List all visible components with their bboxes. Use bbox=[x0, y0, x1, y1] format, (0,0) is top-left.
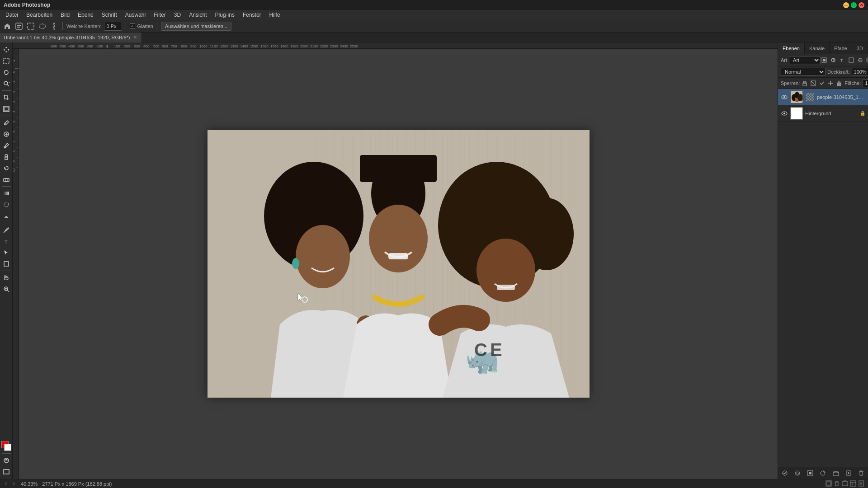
svg-text:2400: 2400 bbox=[340, 44, 348, 48]
brush-tool[interactable] bbox=[1, 140, 12, 151]
eyedropper-tool[interactable] bbox=[1, 117, 12, 128]
dodge-tool[interactable] bbox=[1, 211, 12, 221]
maximize-button[interactable]: □ bbox=[851, 2, 857, 8]
svg-text:10: 10 bbox=[13, 169, 15, 172]
layer-item-people[interactable]: people-3104635_1920 bbox=[778, 89, 868, 105]
svg-rect-166 bbox=[208, 130, 590, 398]
select-shape-1col[interactable] bbox=[50, 22, 59, 31]
select-shape-ellipse[interactable] bbox=[38, 22, 47, 31]
quick-select-tool[interactable] bbox=[1, 78, 12, 89]
marquee-tool[interactable] bbox=[1, 56, 12, 66]
add-mask-button[interactable] bbox=[806, 469, 814, 477]
svg-text:9: 9 bbox=[13, 160, 15, 162]
layer-filter-select[interactable]: Art Name Effekt Modus Attribut Farbe bbox=[789, 56, 821, 64]
create-layer-button[interactable] bbox=[844, 469, 853, 477]
layer-item-background[interactable]: Hintergrund 🔒 bbox=[778, 105, 868, 122]
menu-ebene[interactable]: Ebene bbox=[74, 11, 97, 19]
status-icon-4[interactable] bbox=[850, 480, 856, 488]
svg-point-188 bbox=[797, 94, 803, 101]
smooth-checkbox[interactable] bbox=[130, 23, 135, 29]
clone-stamp-tool[interactable] bbox=[1, 151, 12, 162]
frame-tool[interactable] bbox=[1, 103, 12, 114]
menu-3d[interactable]: 3D bbox=[170, 11, 184, 19]
tab-close-button[interactable]: ✕ bbox=[132, 35, 138, 40]
canvas-image[interactable]: 🦏 C E bbox=[208, 130, 590, 398]
pen-tool[interactable] bbox=[1, 225, 12, 235]
lock-artboard-button[interactable] bbox=[818, 80, 826, 87]
foreground-color-swatch[interactable] bbox=[1, 441, 11, 451]
filter-pixel-icon[interactable] bbox=[821, 56, 828, 64]
svg-rect-18 bbox=[5, 178, 7, 182]
select-shape-rect[interactable] bbox=[26, 22, 35, 31]
move-tool[interactable] bbox=[1, 44, 12, 55]
blend-mode-select[interactable]: Normal Multiplizieren Abwedeln Abdunkeln… bbox=[781, 68, 826, 76]
filter-text-icon[interactable]: T bbox=[839, 56, 846, 64]
tab-3d[interactable]: 3D bbox=[852, 42, 868, 54]
svg-text:-600: -600 bbox=[50, 44, 57, 48]
filter-toggle[interactable] bbox=[866, 57, 868, 63]
tab-pfade[interactable]: Pfade bbox=[830, 42, 852, 54]
menu-fenster[interactable]: Fenster bbox=[239, 11, 265, 19]
add-effect-button[interactable]: fx bbox=[793, 469, 802, 477]
gradient-tool[interactable] bbox=[1, 188, 12, 199]
menu-bearbeiten[interactable]: Bearbeiten bbox=[23, 11, 56, 19]
panel-tabs: Ebenen Kanäle Pfade 3D bbox=[778, 42, 868, 54]
menu-ansicht[interactable]: Ansicht bbox=[185, 11, 210, 19]
blur-tool[interactable] bbox=[1, 199, 12, 210]
screen-mode-button[interactable] bbox=[1, 466, 12, 477]
shape-tool[interactable] bbox=[1, 258, 12, 269]
lasso-tool[interactable] bbox=[1, 67, 12, 78]
filter-shape-icon[interactable] bbox=[848, 56, 855, 64]
create-group-button[interactable] bbox=[832, 469, 840, 477]
menu-plugins[interactable]: Plug-ins bbox=[212, 11, 238, 19]
document-tab[interactable]: Unbenannt-1 bei 40,3% (people-3104635_19… bbox=[0, 33, 142, 42]
status-nav-left[interactable] bbox=[4, 481, 9, 487]
lock-transparent-button[interactable] bbox=[801, 80, 808, 87]
path-selection-tool[interactable] bbox=[1, 247, 12, 258]
lock-position-button[interactable] bbox=[827, 80, 834, 87]
menu-hilfe[interactable]: Hilfe bbox=[266, 11, 284, 19]
delete-layer-button[interactable] bbox=[857, 469, 865, 477]
menu-filter[interactable]: Filter bbox=[150, 11, 170, 19]
tab-kanaele[interactable]: Kanäle bbox=[805, 42, 830, 54]
hand-tool[interactable] bbox=[1, 272, 12, 283]
filter-adjustment-icon[interactable] bbox=[830, 56, 837, 64]
smooth-checkbox-wrap[interactable]: Glätten bbox=[130, 23, 153, 29]
status-icon-2[interactable] bbox=[834, 480, 840, 488]
status-icon-1[interactable] bbox=[826, 480, 832, 488]
menu-datei[interactable]: Datei bbox=[2, 11, 22, 19]
layer-visibility-background[interactable] bbox=[781, 110, 788, 117]
heal-tool[interactable] bbox=[1, 129, 12, 140]
minimize-button[interactable]: — bbox=[843, 2, 849, 8]
svg-text:400: 400 bbox=[143, 44, 150, 48]
title-bar-controls[interactable]: — □ ✕ bbox=[843, 2, 864, 8]
text-tool[interactable]: T bbox=[1, 236, 12, 247]
menu-schrift[interactable]: Schrift bbox=[98, 11, 121, 19]
filter-smart-icon[interactable] bbox=[857, 56, 864, 64]
layer-visibility-people[interactable] bbox=[781, 94, 788, 101]
add-adjustment-button[interactable] bbox=[819, 469, 827, 477]
svg-text:2300: 2300 bbox=[330, 44, 338, 48]
lock-image-button[interactable] bbox=[810, 80, 817, 87]
history-brush-tool[interactable] bbox=[1, 163, 12, 174]
menu-bild[interactable]: Bild bbox=[57, 11, 73, 19]
select-mask-button[interactable]: Auswählen und maskieren... bbox=[161, 22, 231, 31]
status-icon-5[interactable] bbox=[858, 480, 864, 488]
eraser-tool[interactable] bbox=[1, 174, 12, 185]
svg-rect-202 bbox=[827, 482, 830, 485]
crop-tool[interactable] bbox=[1, 92, 12, 103]
brush-preset-icon[interactable] bbox=[14, 22, 24, 31]
quick-mask-button[interactable] bbox=[1, 455, 12, 466]
opacity-input[interactable] bbox=[852, 68, 868, 76]
menu-auswahl[interactable]: Auswahl bbox=[122, 11, 149, 19]
tab-ebenen[interactable]: Ebenen bbox=[778, 42, 805, 54]
link-layers-button[interactable] bbox=[781, 469, 789, 477]
status-icon-3[interactable] bbox=[842, 480, 848, 488]
fill-input[interactable] bbox=[863, 79, 868, 87]
status-nav-right[interactable] bbox=[11, 481, 16, 487]
anti-alias-input[interactable] bbox=[104, 22, 122, 31]
close-button[interactable]: ✕ bbox=[859, 2, 864, 8]
home-icon[interactable] bbox=[3, 22, 12, 31]
lock-all-button[interactable] bbox=[835, 80, 843, 87]
zoom-tool[interactable] bbox=[1, 284, 12, 295]
